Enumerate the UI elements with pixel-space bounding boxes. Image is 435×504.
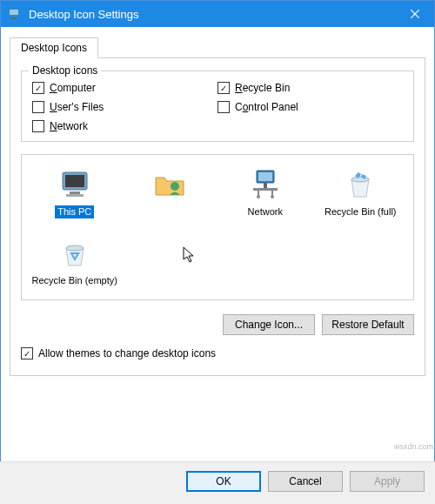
svg-rect-7 bbox=[70, 192, 80, 194]
watermark: wsxdn.com bbox=[394, 442, 433, 451]
checkbox-users-files[interactable]: User's Files bbox=[32, 101, 218, 113]
icon-preview-box: This PC bbox=[21, 154, 414, 300]
preview-this-pc[interactable]: This PC bbox=[27, 164, 123, 222]
close-icon bbox=[411, 10, 419, 18]
titlebar: Desktop Icon Settings bbox=[1, 1, 434, 27]
cancel-button[interactable]: Cancel bbox=[268, 471, 343, 492]
checkbox-grid: Computer Recycle Bin User's Files Contro… bbox=[32, 82, 403, 132]
svg-rect-11 bbox=[258, 172, 272, 181]
tabstrip: Desktop Icons bbox=[10, 37, 425, 58]
preview-recycle-bin-full[interactable]: Recycle Bin (full) bbox=[313, 164, 409, 222]
preview-recycle-bin-empty[interactable]: Recycle Bin (empty) bbox=[27, 232, 123, 291]
icon-buttons-row: Change Icon... Restore Default bbox=[21, 314, 414, 335]
checkbox-computer[interactable]: Computer bbox=[32, 82, 218, 94]
checkbox-network[interactable]: Network bbox=[32, 120, 218, 132]
network-icon bbox=[248, 167, 283, 202]
preview-label: Recycle Bin (empty) bbox=[30, 274, 120, 287]
close-button[interactable] bbox=[395, 1, 434, 27]
computer-icon bbox=[57, 167, 92, 202]
app-icon bbox=[8, 7, 22, 21]
dialog-footer: OK Cancel Apply bbox=[0, 461, 435, 504]
svg-point-16 bbox=[257, 195, 260, 198]
cursor-icon bbox=[183, 246, 197, 264]
preview-user-files[interactable] bbox=[123, 164, 218, 222]
svg-point-9 bbox=[171, 182, 179, 191]
tab-desktop-icons[interactable]: Desktop Icons bbox=[10, 37, 98, 58]
svg-point-17 bbox=[271, 195, 274, 198]
checkbox-icon bbox=[218, 82, 230, 94]
preview-network[interactable]: Network bbox=[218, 164, 313, 222]
preview-label: Recycle Bin (full) bbox=[322, 205, 399, 218]
checkbox-label: Computer bbox=[50, 82, 96, 94]
ok-button[interactable]: OK bbox=[186, 471, 261, 492]
window-title: Desktop Icon Settings bbox=[29, 8, 395, 21]
checkbox-icon bbox=[32, 120, 44, 132]
checkbox-control-panel[interactable]: Control Panel bbox=[218, 101, 403, 113]
tab-panel: Desktop icons Computer Recycle Bin User'… bbox=[10, 58, 425, 376]
checkbox-label: User's Files bbox=[50, 101, 104, 113]
checkbox-icon bbox=[32, 101, 44, 113]
checkbox-recycle-bin[interactable]: Recycle Bin bbox=[218, 82, 403, 94]
svg-point-19 bbox=[66, 245, 84, 251]
checkbox-label: Control Panel bbox=[235, 101, 298, 113]
svg-rect-12 bbox=[264, 183, 267, 188]
checkbox-icon bbox=[21, 347, 33, 360]
svg-rect-2 bbox=[11, 17, 17, 19]
svg-rect-8 bbox=[66, 194, 84, 197]
recycle-bin-full-icon bbox=[343, 167, 378, 202]
svg-rect-1 bbox=[10, 10, 18, 15]
recycle-bin-empty-icon bbox=[57, 236, 92, 271]
change-icon-button[interactable]: Change Icon... bbox=[223, 314, 315, 335]
preview-label bbox=[167, 205, 172, 207]
checkbox-label: Network bbox=[50, 120, 88, 132]
content-area: Desktop Icons Desktop icons Computer Rec… bbox=[1, 27, 434, 385]
preview-label: This PC bbox=[55, 205, 94, 218]
user-folder-icon bbox=[152, 167, 187, 202]
svg-rect-13 bbox=[253, 188, 278, 191]
svg-point-18 bbox=[351, 177, 369, 182]
checkbox-icon bbox=[32, 82, 44, 94]
group-legend: Desktop icons bbox=[29, 64, 101, 77]
preview-label: Network bbox=[245, 205, 285, 218]
checkbox-allow-themes[interactable]: Allow themes to change desktop icons bbox=[21, 347, 414, 360]
apply-button[interactable]: Apply bbox=[350, 471, 425, 492]
svg-rect-6 bbox=[65, 175, 84, 187]
checkbox-icon bbox=[218, 101, 230, 113]
restore-default-button[interactable]: Restore Default bbox=[322, 314, 414, 335]
desktop-icons-group: Desktop icons Computer Recycle Bin User'… bbox=[21, 71, 414, 142]
checkbox-label: Allow themes to change desktop icons bbox=[38, 347, 216, 360]
checkbox-label: Recycle Bin bbox=[235, 82, 290, 94]
